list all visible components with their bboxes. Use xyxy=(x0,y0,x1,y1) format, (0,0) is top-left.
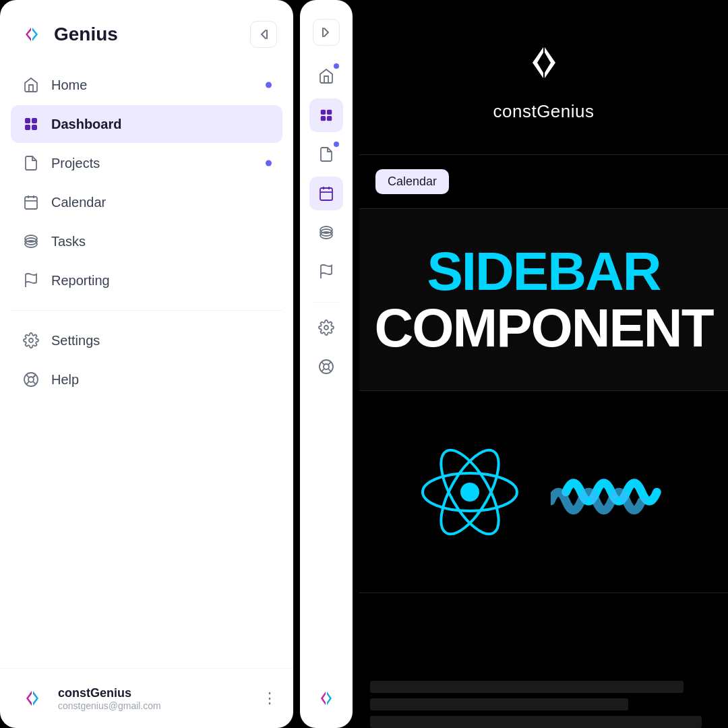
svg-line-39 xyxy=(328,362,331,365)
svg-rect-1 xyxy=(25,118,30,123)
expanded-sidebar: Genius Home xyxy=(0,0,293,728)
more-options-button[interactable]: ⋮ xyxy=(262,690,277,707)
svg-line-16 xyxy=(26,375,29,377)
sidebar-item-home[interactable]: Home xyxy=(11,66,282,104)
sidebar-item-label-tasks: Tasks xyxy=(51,234,86,249)
sidebar-item-label-dashboard: Dashboard xyxy=(51,117,121,132)
svg-rect-3 xyxy=(25,125,30,130)
calendar-icon xyxy=(22,193,40,212)
component-title-text: COMPONENT xyxy=(375,301,713,355)
collapsed-divider xyxy=(313,302,340,303)
home-notification-dot xyxy=(266,82,272,88)
sidebar-item-label-calendar: Calendar xyxy=(51,195,106,210)
user-email: constgenius@gmail.com xyxy=(58,700,161,711)
sidebar-item-label-projects: Projects xyxy=(51,156,100,171)
projects-icon xyxy=(22,154,40,173)
home-dot-collapsed xyxy=(334,63,339,69)
settings-icon xyxy=(22,331,40,350)
user-avatar-icon xyxy=(16,682,49,715)
svg-line-40 xyxy=(322,369,324,371)
svg-point-36 xyxy=(324,364,329,369)
collapsed-item-tasks[interactable] xyxy=(309,216,343,249)
constgenius-logo-text: constGenius xyxy=(493,101,594,122)
tasks-icon xyxy=(22,232,40,251)
svg-rect-5 xyxy=(25,197,37,209)
sidebar-component-text-section: SIDEBAR COMPONENT xyxy=(359,209,728,391)
user-details: constGenius constgenius@gmail.com xyxy=(58,686,161,711)
bottom-strips-section xyxy=(359,593,728,728)
sidebar-title-text: SIDEBAR xyxy=(427,245,660,299)
svg-rect-2 xyxy=(32,118,37,123)
sidebar-item-label-home: Home xyxy=(51,78,87,93)
svg-rect-4 xyxy=(32,125,37,130)
sidebar-footer: constGenius constgenius@gmail.com ⋮ xyxy=(0,668,293,728)
svg-rect-22 xyxy=(321,110,326,115)
svg-line-17 xyxy=(33,382,36,384)
sidebar-item-label-reporting: Reporting xyxy=(51,273,110,289)
home-icon xyxy=(22,75,40,94)
sidebar-item-label-help: Help xyxy=(51,372,79,388)
svg-line-37 xyxy=(322,362,324,365)
collapsed-item-settings[interactable] xyxy=(309,311,343,344)
svg-rect-24 xyxy=(321,116,326,121)
genius-logo-icon xyxy=(16,19,47,50)
user-info: constGenius constgenius@gmail.com xyxy=(16,682,161,715)
collapsed-item-help[interactable] xyxy=(309,350,343,384)
collapsed-footer xyxy=(313,685,340,728)
svg-line-20 xyxy=(26,382,29,384)
strip-3 xyxy=(370,716,702,728)
sidebar-item-dashboard[interactable]: Dashboard xyxy=(11,105,282,143)
collapsed-user-avatar xyxy=(313,685,340,712)
tailwind-logo-icon xyxy=(551,458,672,526)
collapsed-item-dashboard[interactable] xyxy=(309,98,343,132)
collapsed-item-projects[interactable] xyxy=(309,138,343,171)
tooltip-section: Calendar xyxy=(359,155,728,209)
nav-divider xyxy=(11,310,282,311)
svg-rect-23 xyxy=(327,110,332,115)
collapsed-sidebar xyxy=(300,0,353,728)
sidebar-header: Genius xyxy=(0,0,293,61)
projects-dot-collapsed xyxy=(334,142,339,147)
sidebar-item-label-settings: Settings xyxy=(51,333,100,348)
calendar-tooltip-badge: Calendar xyxy=(375,169,449,194)
svg-point-13 xyxy=(29,338,33,342)
svg-line-38 xyxy=(328,369,331,371)
svg-line-19 xyxy=(33,375,36,378)
collapsed-item-calendar[interactable] xyxy=(309,177,343,210)
sidebar-item-help[interactable]: Help xyxy=(11,361,282,398)
svg-point-41 xyxy=(462,484,478,500)
brand-logo-section: constGenius xyxy=(359,0,728,155)
svg-point-34 xyxy=(324,326,328,330)
tech-icons-section xyxy=(359,391,728,593)
strip-1 xyxy=(370,681,684,693)
sidebar-item-settings[interactable]: Settings xyxy=(11,322,282,359)
expand-sidebar-button[interactable] xyxy=(313,19,340,46)
right-panel: constGenius Calendar SIDEBAR COMPONENT xyxy=(359,0,728,728)
sidebar-item-projects[interactable]: Projects xyxy=(11,144,282,182)
user-name: constGenius xyxy=(58,686,161,700)
sidebar-item-reporting[interactable]: Reporting xyxy=(11,262,282,299)
react-logo-icon xyxy=(416,438,524,546)
dashboard-icon xyxy=(22,115,40,133)
collapse-sidebar-button[interactable] xyxy=(250,21,277,48)
svg-point-15 xyxy=(28,377,34,382)
collapsed-item-reporting[interactable] xyxy=(309,255,343,289)
sidebar-navigation: Home Dashboard Proj xyxy=(0,61,293,668)
logo-text: Genius xyxy=(54,24,118,45)
strip-2 xyxy=(370,698,628,710)
svg-rect-26 xyxy=(320,188,332,200)
collapsed-item-home[interactable] xyxy=(309,59,343,93)
projects-notification-dot xyxy=(266,160,272,166)
constgenius-logo-icon xyxy=(514,32,574,93)
help-icon xyxy=(22,370,40,389)
sidebar-item-tasks[interactable]: Tasks xyxy=(11,222,282,260)
reporting-icon xyxy=(22,271,40,290)
logo-area: Genius xyxy=(16,19,118,50)
svg-rect-25 xyxy=(327,116,332,121)
sidebar-item-calendar[interactable]: Calendar xyxy=(11,183,282,221)
